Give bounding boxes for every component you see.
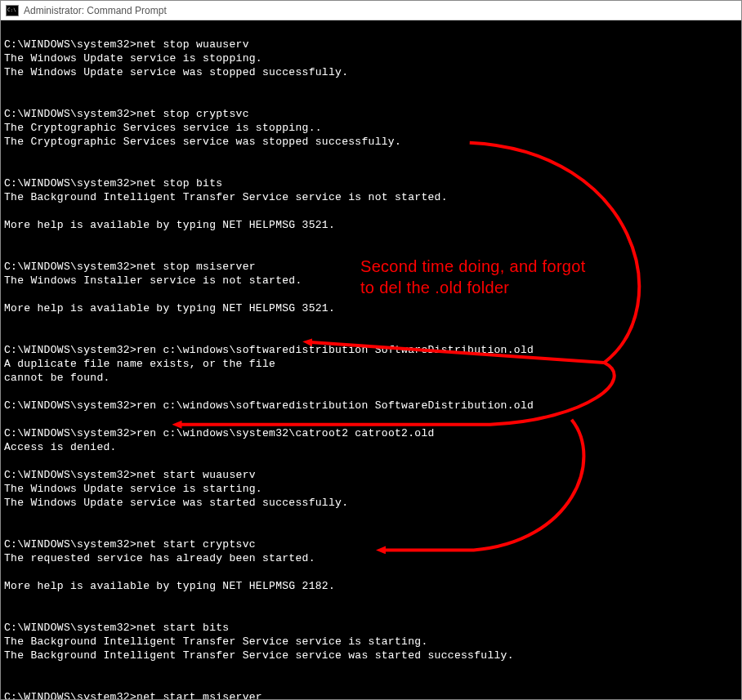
output-line: The requested service has already been s… (4, 551, 738, 565)
output-line: cannot be found. (4, 371, 738, 385)
blank-line (4, 315, 738, 329)
output-line (4, 288, 738, 301)
cmd-line: C:\WINDOWS\system32>net start msiserver (4, 690, 738, 700)
blank-line (4, 607, 738, 621)
blank-line (4, 454, 738, 468)
prompt: C:\WINDOWS\system32> (4, 622, 136, 634)
output-line (4, 565, 738, 579)
output-line: More help is available by typing NET HEL… (4, 579, 738, 593)
blank-line (4, 385, 738, 399)
window-titlebar[interactable]: Administrator: Command Prompt (1, 1, 741, 20)
output-line: The Windows Update service is starting. (4, 482, 738, 496)
output-line: The Windows Update service is stopping. (4, 51, 738, 65)
prompt: C:\WINDOWS\system32> (4, 469, 136, 481)
prompt: C:\WINDOWS\system32> (4, 177, 136, 189)
blank-line (4, 510, 738, 524)
blank-line (4, 163, 738, 176)
terminal-body[interactable]: C:\WINDOWS\system32>net stop wuauservThe… (1, 20, 741, 699)
blank-line (4, 662, 738, 676)
output-line: The Windows Update service was stopped s… (4, 65, 738, 79)
blank-line (4, 79, 738, 93)
output-line: The Background Intelligent Transfer Serv… (4, 635, 738, 649)
window-title: Administrator: Command Prompt (24, 5, 167, 16)
blank-line (4, 412, 738, 426)
cmd-text: net start wuauserv (136, 469, 256, 481)
cmd-line: C:\WINDOWS\system32>net stop cryptsvc (4, 107, 738, 121)
prompt: C:\WINDOWS\system32> (4, 261, 136, 273)
cmd-text: net stop cryptsvc (136, 108, 249, 120)
output-line: The Windows Update service was started s… (4, 496, 738, 510)
cmd-text: ren c:\windows\softwaredistribution Soft… (136, 344, 534, 356)
blank-line (4, 246, 738, 260)
prompt: C:\WINDOWS\system32> (4, 38, 136, 51)
cmd-line: C:\WINDOWS\system32>net stop bits (4, 176, 738, 190)
cmd-line: C:\WINDOWS\system32>net start cryptsvc (4, 537, 738, 551)
blank-line (4, 329, 738, 343)
output-line: The Cryptographic Services service was s… (4, 135, 738, 149)
blank-line (4, 149, 738, 163)
prompt: C:\WINDOWS\system32> (4, 108, 136, 120)
prompt: C:\WINDOWS\system32> (4, 427, 136, 439)
output-line (4, 204, 738, 218)
cmd-icon (6, 5, 19, 16)
prompt: C:\WINDOWS\system32> (4, 399, 136, 412)
blank-line (4, 524, 738, 537)
output-line: Access is denied. (4, 440, 738, 454)
output-line: More help is available by typing NET HEL… (4, 218, 738, 232)
output-line: The Cryptographic Services service is st… (4, 121, 738, 135)
cmd-line: C:\WINDOWS\system32>ren c:\windows\softw… (4, 399, 738, 412)
cmd-text: net stop wuauserv (136, 38, 249, 51)
blank-line (4, 232, 738, 246)
cmd-text: net stop bits (136, 177, 222, 189)
prompt: C:\WINDOWS\system32> (4, 538, 136, 551)
cmd-text: ren c:\windows\system32\catroot2 catroot… (136, 427, 435, 439)
cmd-line: C:\WINDOWS\system32>ren c:\windows\syste… (4, 426, 738, 440)
cmd-text: net start cryptsvc (136, 538, 256, 551)
cmd-text: net start msiserver (136, 691, 262, 700)
output-line: The Background Intelligent Transfer Serv… (4, 190, 738, 204)
cmd-line: C:\WINDOWS\system32>net start wuauserv (4, 468, 738, 482)
cmd-line: C:\WINDOWS\system32>net stop wuauserv (4, 38, 738, 51)
cmd-text: net start bits (136, 622, 229, 634)
blank-line (4, 676, 738, 690)
cmd-line: C:\WINDOWS\system32>net stop msiserver (4, 260, 738, 274)
output-line: A duplicate file name exists, or the fil… (4, 357, 738, 371)
blank-line (4, 93, 738, 107)
cmd-text: ren c:\windows\softwaredistribution Soft… (136, 399, 534, 412)
output-line: The Background Intelligent Transfer Serv… (4, 649, 738, 662)
cmd-line: C:\WINDOWS\system32>net start bits (4, 621, 738, 635)
prompt: C:\WINDOWS\system32> (4, 344, 136, 356)
blank-line (4, 593, 738, 607)
output-line: The Windows Installer service is not sta… (4, 274, 738, 288)
prompt: C:\WINDOWS\system32> (4, 691, 136, 700)
cmd-text: net stop msiserver (136, 261, 256, 273)
output-line: More help is available by typing NET HEL… (4, 301, 738, 315)
cmd-line: C:\WINDOWS\system32>ren c:\windows\softw… (4, 343, 738, 357)
